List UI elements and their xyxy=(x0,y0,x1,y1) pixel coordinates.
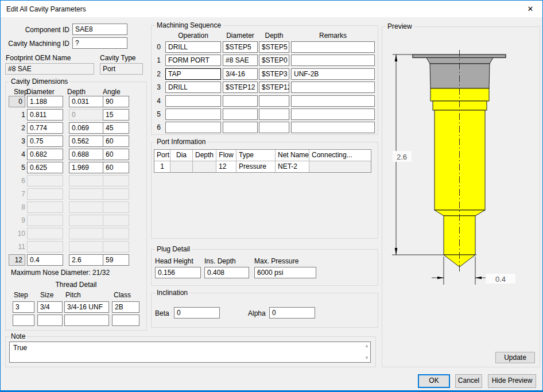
cancel-button[interactable]: Cancel xyxy=(455,374,482,388)
ms-diameter-field-2[interactable]: 3/4-16 xyxy=(223,68,258,80)
step-label-9: 9 xyxy=(9,215,25,226)
beta-label: Beta xyxy=(155,309,169,317)
beta-field[interactable]: 0 xyxy=(174,307,220,319)
angle-field-2[interactable]: 45 xyxy=(103,122,129,134)
ms-operation-field-1[interactable]: FORM PORT xyxy=(165,55,221,66)
cavity-row-9: 9 xyxy=(6,215,146,226)
ms-depth-field-5[interactable] xyxy=(259,108,289,120)
close-icon[interactable]: ✕ xyxy=(521,1,540,17)
diameter-field-3[interactable]: 0.75 xyxy=(27,135,63,147)
port-cell-port[interactable]: 1 xyxy=(154,161,170,172)
diameter-field-8 xyxy=(27,201,63,213)
ms-remarks-field-4[interactable] xyxy=(291,95,375,107)
alpha-field[interactable]: 0 xyxy=(269,307,315,319)
head-height-field[interactable]: 0.156 xyxy=(155,267,201,278)
port-cell-type[interactable]: Pressure xyxy=(236,161,276,172)
ins-depth-field[interactable]: 0.408 xyxy=(204,267,249,278)
note-title: Note xyxy=(9,332,27,340)
ms-operation-field-5[interactable] xyxy=(165,108,221,120)
angle-field-1[interactable]: 15 xyxy=(103,109,129,121)
max-pressure-field[interactable]: 6000 psi xyxy=(254,267,316,278)
thread-size-field-1[interactable] xyxy=(37,315,63,326)
head-height-label: Head Height xyxy=(155,257,193,265)
step-label-10: 10 xyxy=(9,228,25,239)
ms-remarks-field-3[interactable] xyxy=(291,81,375,93)
diameter-field-5[interactable]: 0.625 xyxy=(27,162,63,173)
angle-field-12[interactable]: 59 xyxy=(103,254,129,266)
scroll-up-icon[interactable]: ▲ xyxy=(364,344,369,348)
ms-diameter-field-0[interactable]: $STEP5 xyxy=(223,41,258,53)
thread-step-field-0[interactable]: 3 xyxy=(13,301,34,313)
ms-depth-field-1[interactable]: $STEP0 xyxy=(259,55,289,66)
thread-size-field-0[interactable]: 3/4 xyxy=(37,301,63,313)
step-label-6: 6 xyxy=(9,175,25,187)
ms-operation-field-0[interactable]: DRILL xyxy=(165,41,221,53)
arrowhead-left xyxy=(475,277,482,280)
depth-field-8 xyxy=(69,201,105,213)
angle-field-5[interactable]: 60 xyxy=(103,162,129,173)
ok-button[interactable]: OK xyxy=(418,374,450,388)
port-cell-netname[interactable]: NET-2 xyxy=(276,161,309,172)
ms-depth-field-0[interactable]: $STEP5 xyxy=(259,41,289,53)
step-button-12[interactable]: 12 xyxy=(9,254,25,266)
ms-diameter-field-3[interactable]: $STEP12 xyxy=(223,81,258,93)
ms-depth-field-3[interactable]: $STEP12 xyxy=(259,81,289,93)
ms-operation-field-4[interactable] xyxy=(165,95,221,107)
cavity-row-6: 6 xyxy=(6,175,146,187)
hide-preview-button[interactable]: Hide Preview xyxy=(488,374,536,388)
depth-field-0[interactable]: 0.031 xyxy=(69,96,105,107)
ms-remarks-field-5[interactable] xyxy=(291,108,375,120)
depth-field-4[interactable]: 0.688 xyxy=(69,149,105,160)
diameter-field-11 xyxy=(27,241,63,253)
depth-field-3[interactable]: 0.562 xyxy=(69,135,105,147)
diameter-field-0[interactable]: 1.188 xyxy=(27,96,63,107)
component-id-field[interactable]: SAE8 xyxy=(72,24,127,35)
angle-field-3[interactable]: 60 xyxy=(103,135,129,147)
ms-operation-field-2[interactable]: TAP xyxy=(165,68,221,80)
ms-operation-field-6[interactable] xyxy=(165,122,221,133)
cavity-machining-id-field[interactable]: ? xyxy=(72,37,127,49)
depth-field-6 xyxy=(69,175,105,187)
diameter-field-4[interactable]: 0.682 xyxy=(27,149,63,160)
ms-operation-field-3[interactable]: DRILL xyxy=(165,81,221,93)
note-group: Note True ▲ ▼ xyxy=(5,336,376,367)
ms-remarks-field-2[interactable]: UNF-2B xyxy=(291,68,375,80)
ms-depth-field-2[interactable]: $STEP3 xyxy=(259,68,289,80)
ms-diameter-field-1[interactable]: #8 SAE xyxy=(223,55,258,66)
thread-pitch-field-1[interactable] xyxy=(64,315,109,326)
thread-class-field-1[interactable] xyxy=(112,315,139,326)
depth-field-2[interactable]: 0.069 xyxy=(69,122,105,134)
angle-field-4[interactable]: 60 xyxy=(103,149,129,160)
ms-diameter-field-6[interactable] xyxy=(223,122,258,133)
component-id-label: Component ID xyxy=(12,26,69,34)
arrowhead-right xyxy=(437,277,444,280)
depth-field-5[interactable]: 1.969 xyxy=(69,162,105,173)
step-button-0[interactable]: 0 xyxy=(9,96,25,107)
ms-remarks-field-1[interactable] xyxy=(291,55,375,66)
update-button[interactable]: Update xyxy=(495,352,535,363)
diameter-field-1[interactable]: 0.811 xyxy=(27,109,63,121)
angle-field-0[interactable]: 90 xyxy=(103,96,129,107)
ms-diameter-field-4[interactable] xyxy=(223,95,258,107)
scroll-down-icon[interactable]: ▼ xyxy=(364,356,369,360)
note-textarea[interactable]: True ▲ ▼ xyxy=(9,341,371,363)
diameter-field-12[interactable]: 0.4 xyxy=(27,254,63,266)
dialog-title: Edit All Cavity Parameters xyxy=(6,5,86,13)
ms-depth-field-6[interactable] xyxy=(259,122,289,133)
plug-detail-group: Plug Detail Head Height Ins. Depth Max. … xyxy=(151,249,378,286)
preview-group: Preview xyxy=(382,26,540,367)
diameter-field-2[interactable]: 0.774 xyxy=(27,122,63,134)
ms-depth-field-4[interactable] xyxy=(259,95,289,107)
thread-pitch-field-0[interactable]: 3/4-16 UNF xyxy=(64,301,109,313)
angle-field-7 xyxy=(103,188,129,200)
step-label-5: 5 xyxy=(9,162,25,173)
thread-class-field-0[interactable]: 2B xyxy=(112,301,139,313)
ms-index-4: 4 xyxy=(153,95,161,107)
port-col-flow: Flow xyxy=(216,150,236,161)
port-cell-flow[interactable]: 12 xyxy=(216,161,236,172)
ms-remarks-field-6[interactable] xyxy=(291,122,375,133)
thread-step-field-1[interactable] xyxy=(13,315,34,326)
ms-remarks-field-0[interactable] xyxy=(291,41,375,53)
ms-diameter-field-5[interactable] xyxy=(223,108,258,120)
depth-field-12[interactable]: 2.6 xyxy=(69,254,105,266)
